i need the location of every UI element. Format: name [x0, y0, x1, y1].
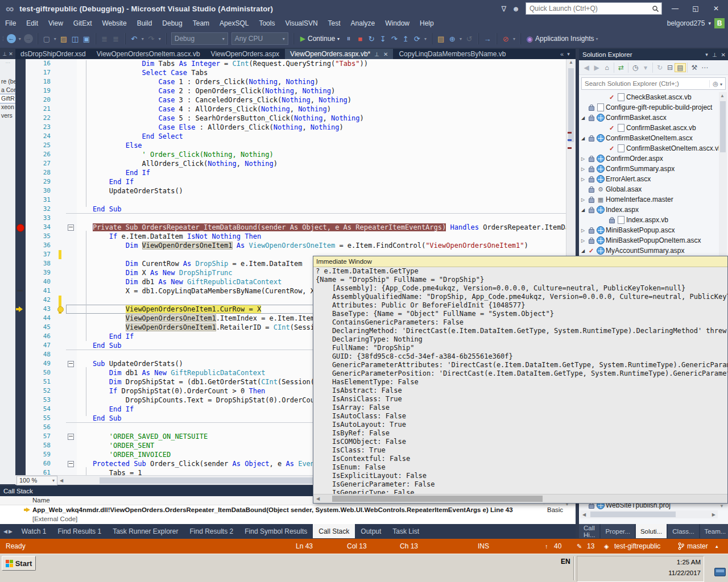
outline-margin[interactable]: [66, 59, 76, 68]
tree-item-erroralert-ascx[interactable]: ▷ErrorAlert.ascx: [579, 174, 719, 184]
glyph-margin[interactable]: [15, 450, 26, 459]
feedback-person-icon[interactable]: ☻: [512, 5, 520, 13]
menu-window[interactable]: Window: [380, 17, 415, 30]
close-button[interactable]: ✕: [709, 5, 723, 13]
code-line[interactable]: 23 Case Else : AllOrders_Click(Nothing, …: [15, 123, 566, 132]
strip-item[interactable]: re (be: [0, 77, 15, 86]
save-icon[interactable]: ◫: [69, 35, 81, 43]
menu-test[interactable]: Test: [323, 17, 346, 30]
outline-margin[interactable]: [66, 196, 76, 205]
scroll-left-icon[interactable]: ◀: [582, 512, 586, 517]
immediate-horizontal-scrollbar[interactable]: ◀: [313, 494, 727, 503]
window-position-caret-icon[interactable]: ▾: [705, 52, 708, 57]
code-line[interactable]: 24 End Select: [15, 132, 566, 141]
glyph-margin[interactable]: [15, 250, 26, 259]
outline-margin[interactable]: [66, 205, 76, 214]
code-line[interactable]: 36 Dim ViewOpenOrdersOneItem1 As ViewOpe…: [15, 241, 566, 250]
outline-margin[interactable]: [66, 259, 76, 268]
glyph-margin[interactable]: [15, 323, 26, 332]
glyph-margin[interactable]: [15, 132, 26, 141]
open-file-icon[interactable]: ▨: [58, 35, 69, 43]
lightbulb-icon[interactable]: [57, 306, 64, 313]
immediate-output[interactable]: ? e.Item.DataItem.GetType{Name = "DropSh…: [313, 267, 727, 494]
code-line[interactable]: 20 Case 3 : CanceledOrders_Click(Nothing…: [15, 95, 566, 105]
outline-margin[interactable]: [66, 396, 76, 405]
outline-margin[interactable]: [66, 159, 76, 168]
outline-margin[interactable]: [66, 186, 76, 196]
outline-margin[interactable]: [66, 359, 76, 368]
glyph-margin[interactable]: [15, 350, 26, 359]
tab-viewopenordersoneitem-ascx-vb[interactable]: ViewOpenOrdersOneItem.ascx.vb: [92, 49, 205, 59]
glyph-margin[interactable]: [15, 59, 26, 68]
tree-item-confirmbasketoneitem-ascx-vb[interactable]: ✓ConfirmBasketOneItem.ascx.vb: [579, 143, 719, 153]
outline-margin[interactable]: [66, 468, 76, 475]
glyph-margin[interactable]: [15, 359, 26, 368]
bottom-tab-find-results-2[interactable]: Find Results 2: [184, 524, 239, 538]
outline-margin[interactable]: [66, 459, 76, 468]
branch-name[interactable]: master: [687, 539, 708, 554]
glyph-margin[interactable]: [15, 196, 26, 205]
se-properties-icon[interactable]: ⚒: [689, 64, 700, 72]
nav-forward-icon[interactable]: →: [24, 34, 33, 43]
scroll-down-icon[interactable]: ▼: [719, 504, 724, 509]
glyph-margin[interactable]: [15, 377, 26, 386]
strip-item[interactable]: xeon: [0, 103, 15, 111]
code-line[interactable]: 33: [15, 214, 566, 223]
glyph-margin[interactable]: [15, 296, 26, 305]
glyph-margin[interactable]: [15, 441, 26, 450]
tab-copylinqdatamembersbyname-vb[interactable]: CopyLinqDataMembersByName.vb: [394, 49, 511, 59]
se-pending-caret-icon[interactable]: ▾: [640, 64, 651, 72]
glyph-margin[interactable]: [15, 286, 26, 296]
scroll-left-icon[interactable]: ◀: [316, 496, 320, 501]
pane-right-icon[interactable]: ▶: [9, 529, 13, 534]
bottom-tab-task-list[interactable]: Task List: [387, 524, 425, 538]
pending-edits-icon[interactable]: ✎: [577, 539, 582, 554]
glyph-margin[interactable]: [15, 214, 26, 223]
menu-website[interactable]: Website: [97, 17, 132, 30]
tree-horizontal-scrollbar[interactable]: ◀ ▶: [580, 510, 718, 518]
menu-debug[interactable]: Debug: [157, 17, 187, 30]
avatar[interactable]: B: [714, 18, 725, 28]
outline-margin[interactable]: [66, 241, 76, 250]
outline-margin[interactable]: [66, 232, 76, 241]
menu-apexsql[interactable]: ApexSQL: [214, 17, 254, 30]
restart-icon[interactable]: ↻: [366, 35, 377, 43]
language-indicator[interactable]: EN: [561, 558, 570, 566]
code-line[interactable]: 17 Select Case Tabs: [15, 68, 566, 77]
glyph-margin[interactable]: [15, 205, 26, 214]
nav-back-caret-icon[interactable]: ▾: [17, 36, 23, 41]
tab-scroll-left-icon[interactable]: «: [560, 51, 564, 57]
mark-breakpoint[interactable]: [568, 147, 572, 149]
tree-item-global-asax[interactable]: ⚙Global.asax: [579, 184, 719, 194]
new-file-icon[interactable]: ▢: [41, 35, 52, 43]
scrollbar-thumb[interactable]: [332, 496, 543, 502]
outline-margin[interactable]: [66, 405, 76, 414]
outline-margin[interactable]: [66, 86, 76, 95]
collapse-box-icon[interactable]: [68, 361, 74, 367]
outline-margin[interactable]: [66, 305, 76, 314]
se-overflow-icon[interactable]: ⋯: [700, 64, 710, 72]
code-line[interactable]: 18 Case 1 : Orders_Click(Nothing, Nothin…: [15, 77, 566, 86]
glyph-margin[interactable]: [15, 468, 26, 475]
glyph-margin[interactable]: [15, 95, 26, 105]
glyph-margin[interactable]: [15, 68, 26, 77]
glyph-margin[interactable]: [15, 77, 26, 86]
collapsed-tool-window[interactable]: ⋯ re (bea ConGiftRxeonvers: [0, 59, 16, 484]
push-count[interactable]: 40: [554, 539, 561, 554]
collapse-icon[interactable]: ▴: [715, 539, 718, 554]
glyph-margin[interactable]: [15, 141, 26, 150]
strip-item[interactable]: vers: [0, 111, 15, 120]
glyph-margin[interactable]: [15, 268, 26, 277]
outline-margin[interactable]: [66, 123, 76, 132]
branch-icon[interactable]: [678, 539, 684, 555]
code-line[interactable]: 29 End If: [15, 177, 566, 186]
code-line[interactable]: 31: [15, 196, 566, 205]
tree-item-configure-gift-republic-build-project[interactable]: Configure-gift-republic-build-project: [579, 102, 719, 113]
outline-margin[interactable]: [66, 414, 76, 423]
se-refresh-icon[interactable]: ↻: [655, 64, 665, 72]
close-icon[interactable]: ✕: [9, 51, 13, 57]
strip-item[interactable]: GiftR: [0, 94, 15, 103]
outline-margin[interactable]: [66, 432, 76, 441]
glyph-margin[interactable]: [15, 341, 26, 350]
code-line[interactable]: 32 End Sub: [15, 205, 566, 214]
